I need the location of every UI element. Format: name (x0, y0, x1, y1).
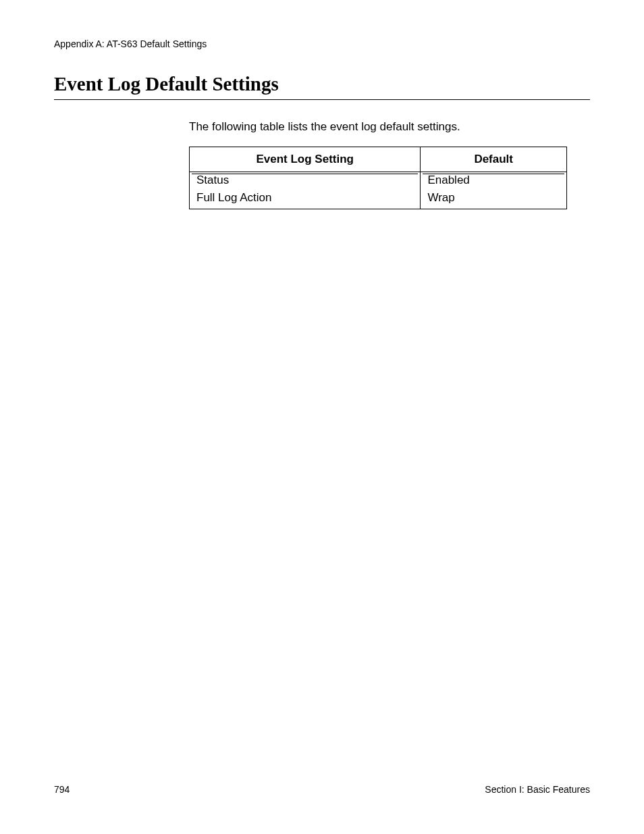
table-cell-setting: Full Log Action (190, 187, 421, 209)
table-header-default: Default (421, 147, 567, 172)
running-header: Appendix A: AT-S63 Default Settings (54, 38, 207, 49)
table-header-setting: Event Log Setting (190, 147, 421, 172)
page: Appendix A: AT-S63 Default Settings Even… (0, 0, 644, 834)
intro-paragraph: The following table lists the event log … (189, 120, 460, 134)
section-label: Section I: Basic Features (485, 784, 590, 795)
table-header-row: Event Log Setting Default (190, 147, 567, 172)
table-row: Full Log Action Wrap (190, 187, 567, 209)
page-number: 794 (54, 784, 70, 795)
table-cell-default: Wrap (421, 187, 567, 209)
title-block: Event Log Default Settings (54, 73, 590, 100)
title-rule (54, 99, 590, 100)
event-log-settings-table: Event Log Setting Default Status Enabled… (189, 147, 567, 209)
page-title: Event Log Default Settings (54, 73, 590, 95)
